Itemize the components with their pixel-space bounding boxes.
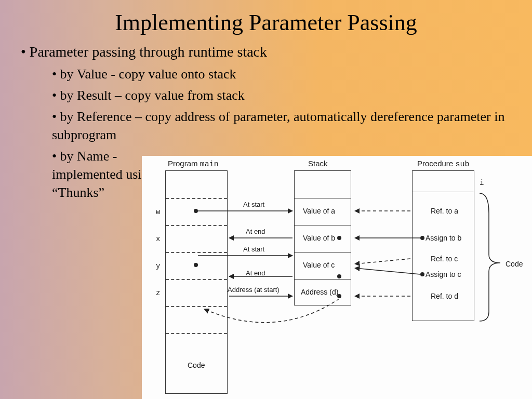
ann-at-end-2: At end [246,269,265,277]
stack-cell-b: Value of b [303,234,335,242]
dot-w [194,209,198,213]
proc-row-4: Ref. to d [431,292,458,300]
ann-addr-start: Address (at start) [228,286,280,294]
proc-row-0: Ref. to a [431,207,458,215]
proc-row-1: Assign to b [425,234,461,242]
var-y: y [156,262,160,270]
dot-stack-c [337,274,341,278]
proc-i: i [480,179,484,187]
var-w: w [156,208,160,216]
header-procedure: Procedure sub [417,159,469,169]
ann-at-end-1: At end [246,228,265,235]
header-stack: Stack [308,159,328,168]
bullet-sub-2: by Reference – copy address of parameter… [52,108,511,144]
proc-row-3: Assign to c [425,270,461,278]
svg-line-8 [355,268,420,274]
diagram-panel: Program main Stack Procedure sub w x y z… [142,156,532,399]
dot-stack-d [337,294,341,298]
program-main-box [165,170,228,394]
dot-y [194,263,198,267]
stack-cell-d: Address (d) [301,288,338,296]
slide-title: Implementing Parameter Passing [0,0,532,36]
svg-line-7 [355,259,410,264]
bullet-main: Parameter passing through runtime stack [21,42,511,62]
var-x: x [156,235,160,243]
ann-at-start-1: At start [243,201,264,208]
main-code-label: Code [188,361,205,369]
dot-stack-b [337,236,341,240]
ann-at-start-2: At start [243,245,264,253]
bullet-sub-0: by Value - copy value onto stack [52,65,511,83]
side-code-label: Code [506,260,523,268]
header-program: Program main [168,159,219,169]
bullet-sub-1: by Result – copy value from stack [52,86,511,104]
var-z: z [156,289,160,297]
dot-proc-c [420,272,424,276]
stack-cell-c: Value of c [303,261,335,269]
proc-row-2: Ref. to c [431,255,458,263]
stack-cell-a: Value of a [303,207,335,215]
dot-proc-b [420,236,424,240]
